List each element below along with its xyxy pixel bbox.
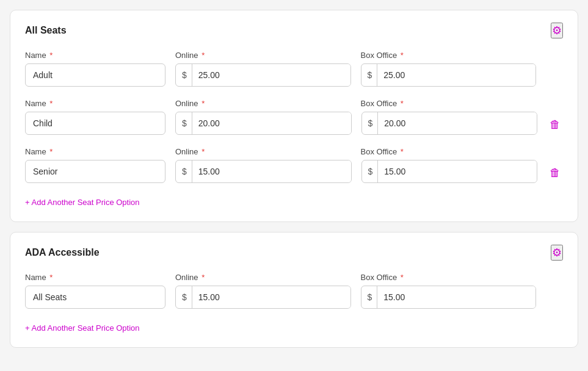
name-input[interactable] (25, 160, 165, 183)
dollar-symbol: $ (176, 64, 192, 86)
name-label-col: Name * (25, 99, 165, 108)
dollar-symbol: $ (361, 286, 378, 308)
box-office-label: Box Office * (361, 273, 537, 282)
name-label: Name * (25, 51, 165, 60)
price-row: Name *Online *Box Office *$$ (25, 273, 563, 309)
box-office-price-input[interactable] (377, 64, 535, 86)
section-title: All Seats (25, 25, 67, 36)
box-office-price-wrapper: $ (361, 112, 538, 135)
dollar-symbol: $ (176, 112, 192, 134)
section-all-seats: All Seats⚙Name *Online *Box Office *$$Na… (10, 10, 578, 222)
required-star: * (49, 99, 53, 108)
online-label: Online * (175, 99, 351, 108)
required-star: * (201, 273, 205, 282)
field-input-row: $$ (25, 286, 563, 309)
field-input-row: $$🗑 (25, 160, 563, 183)
online-price-field-group: $ (175, 112, 352, 135)
field-input-row: $$ (25, 63, 563, 87)
online-label-col: Online * (175, 51, 351, 60)
box-office-label-col: Box Office * (361, 273, 537, 282)
online-label: Online * (175, 273, 351, 282)
online-price-field-group: $ (175, 63, 351, 87)
required-star: * (401, 99, 404, 108)
required-star: * (49, 273, 53, 282)
required-star: * (49, 51, 53, 60)
online-price-field-group: $ (175, 286, 351, 309)
online-price-input[interactable] (192, 286, 350, 308)
required-star: * (401, 51, 404, 60)
name-input[interactable] (25, 286, 165, 309)
section-title: ADA Accessible (25, 247, 100, 258)
online-price-input[interactable] (192, 64, 350, 86)
label-row: Name *Online *Box Office * (25, 273, 563, 282)
name-field-group (25, 112, 165, 135)
box-office-label-col: Box Office * (361, 147, 537, 156)
box-office-price-field-group: $ (361, 112, 538, 135)
name-field-group (25, 286, 165, 309)
add-seat-price-option-button[interactable]: + Add Another Seat Price Option (25, 195, 140, 209)
dollar-symbol: $ (176, 286, 192, 308)
required-star: * (201, 99, 205, 108)
box-office-label-col: Box Office * (361, 51, 537, 60)
box-office-price-field-group: $ (361, 286, 537, 309)
online-label-col: Online * (175, 147, 351, 156)
box-office-price-field-group: $ (361, 160, 538, 183)
online-price-wrapper: $ (175, 160, 352, 183)
name-label: Name * (25, 99, 165, 108)
online-label-col: Online * (175, 273, 351, 282)
online-price-wrapper: $ (175, 112, 352, 135)
name-field-group (25, 160, 165, 183)
name-label-col: Name * (25, 51, 165, 60)
dollar-symbol: $ (361, 64, 378, 86)
online-price-input[interactable] (192, 160, 351, 182)
section-header: ADA Accessible⚙ (25, 245, 563, 261)
box-office-price-input[interactable] (377, 286, 535, 308)
online-price-field-group: $ (175, 160, 352, 183)
field-input-row: $$🗑 (25, 112, 563, 135)
label-row: Name *Online *Box Office * (25, 147, 563, 156)
box-office-price-wrapper: $ (361, 160, 538, 183)
delete-row-button[interactable]: 🗑 (547, 164, 563, 182)
online-price-wrapper: $ (175, 286, 351, 309)
box-office-label: Box Office * (361, 147, 537, 156)
name-field-group (25, 63, 165, 87)
online-label-col: Online * (175, 99, 351, 108)
dollar-symbol: $ (176, 160, 192, 182)
required-star: * (201, 147, 205, 156)
box-office-price-input[interactable] (378, 112, 537, 134)
price-row: Name *Online *Box Office *$$🗑 (25, 99, 563, 135)
gear-icon[interactable]: ⚙ (551, 23, 563, 38)
name-label: Name * (25, 147, 165, 156)
box-office-label: Box Office * (361, 99, 537, 108)
add-seat-price-option-button[interactable]: + Add Another Seat Price Option (25, 321, 140, 335)
online-price-input[interactable] (192, 112, 351, 134)
box-office-label: Box Office * (361, 51, 537, 60)
name-label-col: Name * (25, 273, 165, 282)
box-office-label-col: Box Office * (361, 99, 537, 108)
name-label: Name * (25, 273, 165, 282)
box-office-price-field-group: $ (361, 63, 537, 87)
gear-icon[interactable]: ⚙ (551, 245, 563, 261)
price-row: Name *Online *Box Office *$$🗑 (25, 147, 563, 183)
name-input[interactable] (25, 63, 165, 87)
dollar-symbol: $ (362, 160, 379, 182)
dollar-symbol: $ (362, 112, 379, 134)
required-star: * (49, 147, 53, 156)
section-ada-accessible: ADA Accessible⚙Name *Online *Box Office … (10, 232, 578, 348)
box-office-price-wrapper: $ (361, 63, 537, 87)
online-label: Online * (175, 51, 351, 60)
name-label-col: Name * (25, 147, 165, 156)
delete-row-button[interactable]: 🗑 (547, 116, 563, 134)
label-row: Name *Online *Box Office * (25, 51, 563, 60)
box-office-price-input[interactable] (378, 160, 537, 182)
price-row: Name *Online *Box Office *$$ (25, 51, 563, 87)
section-header: All Seats⚙ (25, 23, 563, 38)
required-star: * (201, 51, 205, 60)
online-price-wrapper: $ (175, 63, 351, 87)
online-label: Online * (175, 147, 351, 156)
label-row: Name *Online *Box Office * (25, 99, 563, 108)
required-star: * (401, 273, 404, 282)
box-office-price-wrapper: $ (361, 286, 537, 309)
name-input[interactable] (25, 112, 165, 135)
required-star: * (401, 147, 404, 156)
